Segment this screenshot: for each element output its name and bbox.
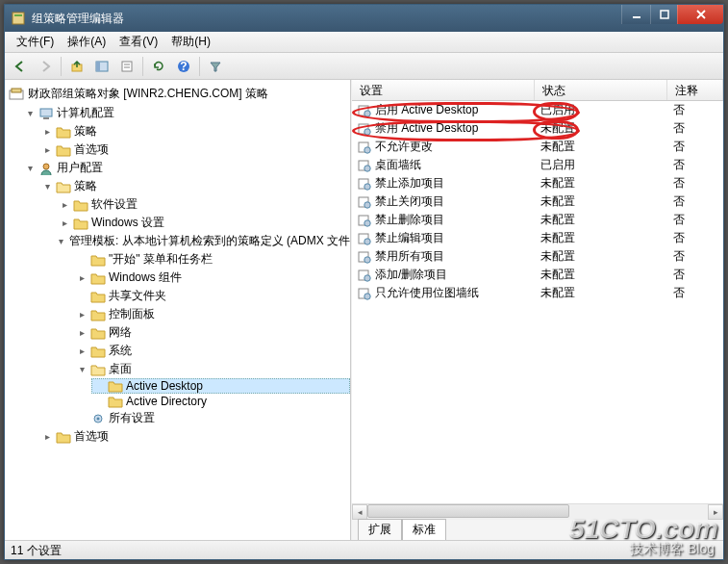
tree-control-panel[interactable]: ▸控制面板 <box>74 305 350 323</box>
row-name: 不允许更改 <box>375 139 433 155</box>
collapse-icon[interactable]: ▾ <box>24 108 36 119</box>
tree-user-config[interactable]: ▾ 用户配置 <box>22 159 350 177</box>
tree-computer-config[interactable]: ▾ 计算机配置 <box>22 104 350 122</box>
list-row[interactable]: 禁止添加项目未配置否 <box>352 174 723 192</box>
svg-rect-3 <box>661 11 668 18</box>
expand-icon[interactable]: ▸ <box>76 346 88 357</box>
list-row[interactable]: 禁用所有项目未配置否 <box>352 247 723 266</box>
tree-all-settings[interactable]: 所有设置 <box>74 409 350 427</box>
scroll-thumb[interactable] <box>367 504 569 518</box>
folder-icon <box>56 125 71 139</box>
tree-uc-prefs[interactable]: ▸首选项 <box>39 427 350 446</box>
expand-icon[interactable]: ▸ <box>76 309 88 320</box>
maximize-icon <box>660 10 669 19</box>
tree-label: 用户配置 <box>57 160 103 176</box>
collapse-icon[interactable]: ▾ <box>59 236 63 247</box>
list-row[interactable]: 禁止删除项目未配置否 <box>352 211 723 229</box>
menu-action[interactable]: 操作(A) <box>62 32 112 52</box>
tree-system[interactable]: ▸系统 <box>74 342 350 360</box>
computer-icon <box>38 107 54 120</box>
svg-rect-7 <box>122 62 132 71</box>
tree-uc-policies[interactable]: ▾策略 <box>39 177 350 195</box>
toolbar-help[interactable]: ? <box>172 56 195 77</box>
tree-label: 网络 <box>109 324 132 341</box>
list-row[interactable]: 不允许更改未配置否 <box>352 138 723 156</box>
tree-software-settings[interactable]: ▸软件设置 <box>57 195 350 214</box>
tree-admin-templates[interactable]: ▾管理模板: 从本地计算机检索到的策略定义 (ADMX 文件)。 <box>57 232 350 250</box>
title-bar[interactable]: 组策略管理编辑器 <box>5 5 723 32</box>
expand-icon[interactable]: ▸ <box>41 431 53 443</box>
filter-icon <box>209 60 222 73</box>
expand-icon[interactable]: ▸ <box>76 272 88 284</box>
tree-desktop[interactable]: ▾桌面 <box>74 360 350 378</box>
tree-windows-components[interactable]: ▸Windows 组件 <box>74 269 350 287</box>
expand-icon[interactable]: ▸ <box>41 126 53 138</box>
tree-windows-settings[interactable]: ▸Windows 设置 <box>57 214 350 232</box>
details-panel: 设置 状态 注释 启用 Active Desktop已启用否禁用 Active … <box>351 80 723 540</box>
list-body[interactable]: 启用 Active Desktop已启用否禁用 Active Desktop未配… <box>352 101 723 503</box>
minimize-button[interactable] <box>621 5 650 24</box>
column-comment[interactable]: 注释 <box>667 80 723 100</box>
tree-root[interactable]: 财政部组策略对象 [WINR2.CHENG.COM] 策略 <box>5 84 350 104</box>
list-row[interactable]: 只允许使用位图墙纸未配置否 <box>352 284 723 302</box>
tree-cc-prefs[interactable]: ▸首选项 <box>39 141 350 159</box>
toolbar-up[interactable] <box>65 56 88 77</box>
list-row[interactable]: 启用 Active Desktop已启用否 <box>352 101 723 119</box>
close-button[interactable] <box>677 5 723 24</box>
tab-extended[interactable]: 扩展 <box>358 519 402 540</box>
expand-icon[interactable] <box>76 291 88 302</box>
tab-standard[interactable]: 标准 <box>402 519 446 540</box>
list-row[interactable]: 禁止关闭项目未配置否 <box>352 192 723 211</box>
tree-label: 计算机配置 <box>57 105 114 121</box>
tree-start-taskbar[interactable]: "开始" 菜单和任务栏 <box>74 250 350 269</box>
toolbar-filter[interactable] <box>204 56 227 77</box>
expand-icon[interactable]: ▸ <box>41 144 53 156</box>
toolbar-back[interactable] <box>9 56 32 77</box>
scroll-left-icon[interactable]: ◂ <box>352 504 367 520</box>
row-comment: 否 <box>667 156 723 174</box>
expand-icon[interactable]: ▸ <box>59 199 70 211</box>
tree-shared-folders[interactable]: 共享文件夹 <box>74 287 350 305</box>
tree-active-desktop[interactable]: Active Desktop <box>91 378 350 394</box>
tree-network[interactable]: ▸网络 <box>74 323 350 342</box>
row-name: 禁止关闭项目 <box>375 193 444 210</box>
toolbar-forward[interactable] <box>34 56 57 77</box>
tree-panel[interactable]: 财政部组策略对象 [WINR2.CHENG.COM] 策略 ▾ 计算机配置 ▸策… <box>5 80 351 540</box>
settings-icon <box>90 412 106 425</box>
folder-icon <box>90 253 106 267</box>
scroll-right-icon[interactable]: ▸ <box>708 504 723 520</box>
menu-file[interactable]: 文件(F) <box>11 32 60 52</box>
list-row[interactable]: 禁用 Active Desktop未配置否 <box>352 119 723 138</box>
up-folder-icon <box>70 60 84 73</box>
folder-icon <box>56 430 71 444</box>
expand-icon[interactable]: ▸ <box>59 218 70 229</box>
collapse-icon[interactable]: ▾ <box>41 181 53 192</box>
row-comment: 否 <box>667 284 723 302</box>
toolbar-show-hide[interactable] <box>90 56 113 77</box>
horizontal-scrollbar[interactable]: ◂ ▸ <box>352 503 723 519</box>
tree-active-directory[interactable]: Active Directory <box>91 394 350 409</box>
tree-label: 管理模板: 从本地计算机检索到的策略定义 (ADMX 文件)。 <box>69 233 351 249</box>
folder-icon <box>90 345 106 358</box>
collapse-icon[interactable]: ▾ <box>24 163 36 174</box>
menu-view[interactable]: 查看(V) <box>113 32 163 52</box>
toolbar-refresh[interactable] <box>147 56 170 77</box>
maximize-button[interactable] <box>650 5 677 24</box>
tree-cc-policies[interactable]: ▸策略 <box>39 122 350 141</box>
tree-label: 策略 <box>74 178 97 194</box>
column-state[interactable]: 状态 <box>535 80 667 100</box>
svg-rect-2 <box>633 16 640 18</box>
folder-icon <box>73 217 88 230</box>
collapse-icon[interactable]: ▾ <box>76 364 88 375</box>
tree-label: Active Desktop <box>126 379 203 393</box>
column-setting[interactable]: 设置 <box>352 80 535 100</box>
expand-icon[interactable] <box>76 254 88 266</box>
forward-icon <box>38 60 52 73</box>
list-row[interactable]: 桌面墙纸已启用否 <box>352 156 723 174</box>
list-row[interactable]: 添加/删除项目未配置否 <box>352 266 723 284</box>
menu-help[interactable]: 帮助(H) <box>165 32 216 52</box>
list-row[interactable]: 禁止编辑项目未配置否 <box>352 229 723 247</box>
help-icon: ? <box>177 60 190 73</box>
toolbar-properties[interactable] <box>115 56 138 77</box>
expand-icon[interactable]: ▸ <box>76 327 88 339</box>
